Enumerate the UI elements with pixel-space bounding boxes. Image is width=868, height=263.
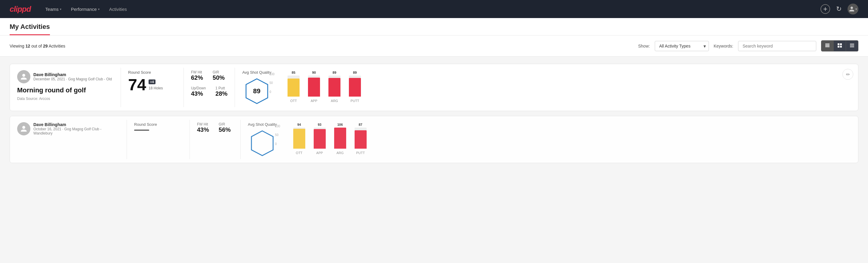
card-score: Round Score 74 +4 18 Holes (128, 70, 176, 94)
activity-type-select[interactable]: All Activity Types Round Practice (655, 41, 709, 51)
bar-group-putt: 89 PUTT (349, 71, 361, 103)
bar-chart: 85 OTT 90 APP (287, 72, 361, 103)
date-location: December 05, 2021 · Gog Magog Golf Club … (33, 77, 112, 81)
bar-value-arg: 106 (337, 123, 343, 126)
app-logo: clippd (10, 4, 31, 14)
user-info: Dave Billingham December 05, 2021 · Gog … (33, 72, 112, 81)
card-divider (189, 120, 190, 159)
nav-activities-label: Activities (109, 7, 127, 12)
viewing-text: Viewing 12 out of 29 Activities (10, 43, 633, 49)
refresh-icon[interactable]: ↻ (836, 5, 841, 13)
svg-rect-4 (840, 43, 842, 45)
search-input[interactable] (738, 41, 816, 51)
view-toggle (821, 40, 858, 52)
bar-fill-arg (334, 127, 346, 149)
activity-card: Dave Billingham October 16, 2021 · Gog M… (10, 116, 858, 163)
one-putt-stat: 1 Putt 28% (215, 86, 227, 97)
svg-rect-3 (838, 43, 839, 45)
bar-fill-ott (287, 79, 300, 96)
page-header: My Activities (0, 18, 868, 35)
bar-fill-ott (293, 129, 305, 149)
svg-rect-7 (850, 43, 854, 44)
edit-button[interactable]: ✏ (842, 69, 853, 80)
bar-value-arg: 89 (333, 71, 336, 74)
one-putt-value: 28% (215, 90, 227, 97)
nav-performance[interactable]: Performance ▾ (66, 4, 104, 14)
viewing-total: 29 (43, 43, 48, 49)
card-divider (127, 120, 127, 159)
avatar (17, 70, 30, 83)
bar-container-arg (329, 76, 340, 96)
card-left: Dave Billingham December 05, 2021 · Gog … (17, 70, 114, 101)
svg-rect-5 (838, 46, 839, 48)
add-icon[interactable]: + (820, 4, 830, 14)
gir-value: 56% (219, 126, 231, 133)
bar-label-app: APP (316, 151, 323, 155)
gir-stat: GIR 50% (213, 70, 225, 81)
page-title: My Activities (10, 23, 50, 35)
user-row: Dave Billingham October 16, 2021 · Gog M… (17, 122, 119, 136)
bar-group-ott: 94 OTT (293, 123, 305, 155)
svg-rect-2 (825, 46, 830, 47)
show-label: Show: (638, 43, 650, 49)
svg-rect-6 (840, 46, 842, 48)
view-list-button[interactable] (822, 40, 834, 51)
fw-hit-stat: FW Hit 43% (197, 122, 209, 133)
bar-label-putt: PUTT (356, 151, 365, 155)
card-stats: FW Hit 62% GIR 50% Up/Down 43% 1 Putt (191, 70, 227, 97)
bar-label-ott: OTT (290, 99, 297, 103)
card-divider (121, 68, 121, 107)
bar-fill-app (308, 78, 320, 96)
fw-hit-stat: FW Hit 62% (191, 70, 203, 81)
card-quality: Avg Shot Quality 100 50 0 (248, 122, 851, 157)
gir-label: GIR (213, 70, 225, 74)
round-score-label: Round Score (128, 70, 176, 75)
fw-hit-value: 62% (191, 74, 203, 81)
nav-links: Teams ▾ Performance ▾ Activities (40, 4, 811, 14)
svg-marker-12 (251, 131, 273, 155)
bar-label-putt: PUTT (351, 99, 360, 103)
bar-group-arg: 106 ARG (334, 123, 346, 155)
score-placeholder (134, 130, 149, 130)
bar-fill-putt (349, 78, 361, 96)
svg-rect-1 (825, 45, 830, 46)
card-stats: FW Hit 43% GIR 56% (197, 122, 233, 133)
view-grid-button[interactable] (834, 40, 846, 51)
hexagon (250, 130, 274, 157)
user-avatar[interactable]: ▾ (847, 4, 858, 14)
card-left: Dave Billingham October 16, 2021 · Gog M… (17, 122, 119, 139)
hexagon-wrap: Avg Shot Quality 89 (242, 70, 271, 105)
bar-container-putt (354, 127, 367, 149)
svg-rect-9 (850, 46, 854, 46)
bar-chart-outer: 100 50 0 94 OTT 93 (284, 124, 367, 155)
nav-performance-label: Performance (71, 7, 97, 12)
nav-activities[interactable]: Activities (104, 4, 132, 14)
bar-value-putt: 89 (353, 71, 357, 74)
card-divider (183, 68, 184, 107)
chart-y-labels: 100 50 0 (270, 72, 275, 94)
nav-teams[interactable]: Teams ▾ (40, 4, 66, 14)
chevron-down-icon: ▾ (60, 7, 61, 11)
activity-type-select-wrap: All Activity Types Round Practice (655, 41, 709, 51)
fw-hit-value: 43% (197, 126, 209, 133)
user-row: Dave Billingham December 05, 2021 · Gog … (17, 70, 114, 83)
viewing-count: 12 (26, 43, 30, 49)
avg-shot-quality-label: Avg Shot Quality (242, 70, 271, 75)
gir-value: 50% (213, 74, 225, 81)
data-source: Data Source: Arccos (17, 96, 114, 101)
bar-fill-app (314, 129, 326, 149)
view-compact-button[interactable] (846, 40, 858, 51)
bar-value-ott: 85 (292, 71, 296, 74)
bar-container-arg (334, 127, 346, 149)
card-quality: Avg Shot Quality 89 100 50 0 (242, 70, 851, 105)
round-title: Morning round of golf (17, 86, 114, 94)
svg-rect-10 (850, 47, 854, 48)
bar-group-ott: 85 OTT (287, 71, 300, 103)
bar-value-app: 90 (312, 71, 316, 74)
card-score: Round Score (134, 122, 182, 130)
bar-value-putt: 87 (359, 123, 362, 126)
bar-chart: 94 OTT 93 APP (293, 124, 367, 155)
bar-value-ott: 94 (297, 123, 301, 126)
svg-rect-0 (825, 43, 830, 45)
up-down-value: 43% (191, 90, 206, 97)
